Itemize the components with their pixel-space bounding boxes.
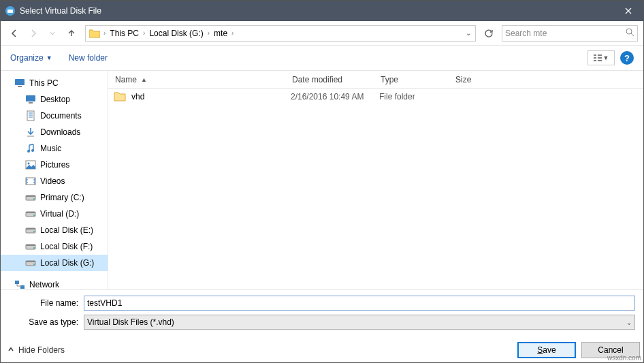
svg-point-21: [33, 231, 35, 232]
sidebar-item-local-disk-f-[interactable]: Local Disk (F:): [1, 238, 108, 255]
organize-menu[interactable]: Organize▼: [10, 53, 52, 63]
up-button[interactable]: [63, 25, 80, 42]
watermark: wsxdn.com: [607, 354, 641, 362]
chevron-right-icon[interactable]: ›: [206, 29, 211, 37]
svg-rect-12: [26, 178, 35, 185]
toolbar: Organize▼ New folder ▼ ?: [1, 46, 643, 70]
svg-point-2: [626, 29, 632, 34]
recent-dropdown[interactable]: [44, 25, 61, 42]
column-size[interactable]: Size: [449, 75, 503, 84]
drive-icon: [25, 241, 36, 252]
bottom-panel: File name: Save as type: Virtual Disk Fi…: [1, 289, 643, 338]
refresh-button[interactable]: [481, 26, 496, 41]
chevron-up-icon: [7, 345, 14, 355]
drive-icon: [25, 257, 36, 268]
sort-asc-icon: ▲: [141, 76, 147, 83]
svg-rect-5: [26, 95, 35, 101]
breadcrumb-part-1[interactable]: Local Disk (G:): [148, 29, 204, 38]
close-button[interactable]: [613, 1, 643, 21]
svg-point-8: [27, 150, 30, 153]
help-button[interactable]: ?: [620, 51, 634, 65]
docs-icon: [25, 110, 36, 121]
drive-icon: [25, 192, 36, 203]
column-headers: Name▲ Date modified Type Size: [108, 71, 643, 89]
list-icon: [594, 54, 602, 61]
drive-icon: [25, 208, 36, 219]
hide-folders-button[interactable]: Hide Folders: [7, 345, 65, 355]
svg-rect-1: [7, 10, 13, 13]
new-folder-button[interactable]: New folder: [69, 53, 108, 63]
svg-rect-6: [29, 102, 33, 104]
column-date[interactable]: Date modified: [285, 75, 374, 84]
filename-label: File name:: [9, 298, 84, 308]
chevron-right-icon[interactable]: ›: [142, 29, 146, 37]
svg-point-27: [33, 264, 35, 265]
desktop-icon: [25, 94, 36, 105]
file-pane: Name▲ Date modified Type Size vhd2/16/20…: [108, 71, 643, 289]
main-area: This PC DesktopDocumentsDownloadsMusicPi…: [1, 70, 643, 289]
sidebar-item-thispc[interactable]: This PC: [1, 75, 108, 91]
svg-point-9: [31, 149, 34, 152]
column-type[interactable]: Type: [374, 75, 449, 84]
breadcrumb-part-2[interactable]: mte: [212, 29, 229, 38]
sidebar-item-primary-c-[interactable]: Primary (C:): [1, 189, 108, 206]
svg-rect-7: [27, 111, 34, 121]
svg-rect-26: [26, 261, 35, 262]
saveastype-label: Save as type:: [9, 317, 84, 327]
sidebar-item-local-disk-e-[interactable]: Local Disk (E:): [1, 222, 108, 238]
svg-rect-20: [26, 228, 35, 230]
app-icon: [5, 5, 16, 16]
music-icon: [25, 143, 36, 154]
titlebar: Select Virtual Disk File: [1, 1, 643, 21]
file-name: vhd: [131, 92, 291, 101]
chevron-down-icon: ⌄: [626, 319, 632, 326]
video-icon: [25, 176, 36, 187]
save-button[interactable]: Save: [517, 342, 576, 358]
search-placeholder: Search mte: [505, 29, 547, 38]
sidebar-item-pictures[interactable]: Pictures: [1, 157, 108, 173]
search-input[interactable]: Search mte: [502, 25, 638, 42]
file-date: 2/16/2016 10:49 AM: [291, 92, 379, 101]
sidebar-item-virtual-d-[interactable]: Virtual (D:): [1, 206, 108, 222]
drive-icon: [25, 225, 36, 236]
back-button[interactable]: [6, 25, 22, 42]
sidebar-item-network[interactable]: Network: [1, 277, 108, 289]
sidebar-item-downloads[interactable]: Downloads: [1, 124, 108, 140]
search-icon: [625, 27, 634, 39]
view-options-button[interactable]: ▼: [587, 50, 615, 65]
svg-rect-17: [26, 212, 35, 213]
button-row: Hide Folders Save Cancel: [1, 338, 643, 362]
sidebar-item-local-disk-g-[interactable]: Local Disk (G:): [1, 255, 108, 271]
breadcrumb-part-0[interactable]: This PC: [108, 29, 140, 38]
down-icon: [25, 127, 36, 138]
svg-rect-14: [26, 195, 35, 197]
svg-point-24: [33, 247, 35, 249]
saveastype-select[interactable]: Virtual Disk Files (*.vhd) ⌄: [84, 315, 635, 330]
svg-point-15: [33, 198, 35, 200]
pc-icon: [14, 78, 25, 89]
svg-point-11: [28, 163, 30, 165]
sidebar-item-videos[interactable]: Videos: [1, 173, 108, 189]
svg-rect-4: [18, 86, 22, 87]
file-type: File folder: [379, 92, 454, 101]
filename-input[interactable]: [84, 296, 635, 311]
sidebar-item-music[interactable]: Music: [1, 140, 108, 157]
forward-button[interactable]: [25, 25, 42, 42]
network-icon: [14, 279, 25, 289]
sidebar[interactable]: This PC DesktopDocumentsDownloadsMusicPi…: [1, 71, 108, 289]
pics-icon: [25, 159, 36, 170]
chevron-right-icon[interactable]: ›: [230, 29, 235, 37]
chevron-right-icon[interactable]: ›: [102, 29, 107, 37]
svg-rect-28: [15, 281, 19, 284]
svg-rect-23: [26, 244, 35, 246]
svg-point-18: [33, 215, 35, 216]
file-row[interactable]: vhd2/16/2016 10:49 AMFile folder: [108, 89, 643, 105]
breadcrumb-dropdown[interactable]: ⌄: [462, 29, 475, 37]
window-title: Select Virtual Disk File: [20, 6, 613, 16]
sidebar-item-desktop[interactable]: Desktop: [1, 91, 108, 108]
column-name[interactable]: Name▲: [108, 75, 285, 84]
sidebar-item-documents[interactable]: Documents: [1, 108, 108, 124]
svg-rect-3: [15, 79, 25, 85]
folder-icon: [88, 27, 101, 40]
breadcrumb[interactable]: › This PC › Local Disk (G:) › mte › ⌄: [85, 25, 476, 42]
